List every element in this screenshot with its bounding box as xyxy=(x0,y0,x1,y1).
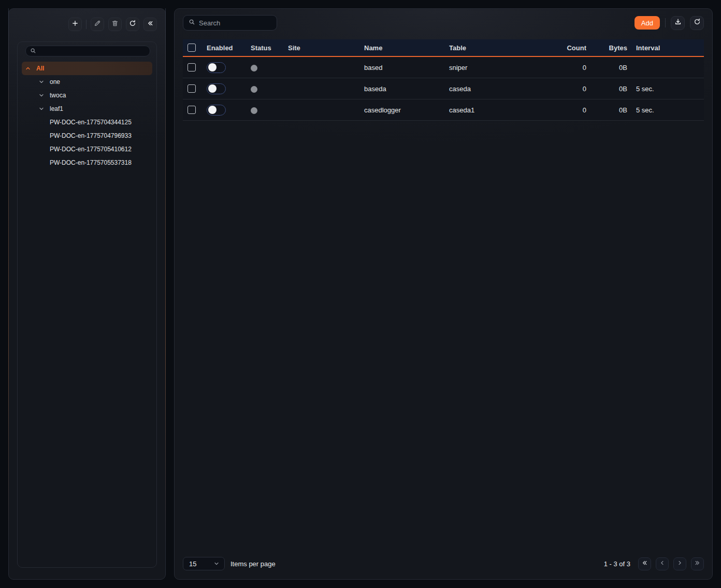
cell-table: caseda xyxy=(449,85,520,93)
sidebar-toolbar xyxy=(17,18,157,31)
table-search-input[interactable] xyxy=(199,19,271,27)
row-checkbox[interactable] xyxy=(188,106,196,114)
enabled-toggle[interactable] xyxy=(207,105,226,116)
cell-name: based xyxy=(364,64,449,71)
enabled-toggle[interactable] xyxy=(207,83,226,94)
add-button[interactable]: Add xyxy=(635,16,660,30)
tree-node-label: leaf1 xyxy=(50,105,63,112)
chevrons-left-icon xyxy=(147,20,154,29)
toggle-knob xyxy=(208,63,217,71)
table-row: baseda caseda 0 0B 5 sec. xyxy=(183,78,704,99)
edit-node-button[interactable] xyxy=(91,18,104,31)
table-header: Enabled Status Site Name Table Count Byt… xyxy=(183,39,704,57)
pencil-icon xyxy=(94,20,101,29)
search-icon xyxy=(30,47,36,56)
column-header-bytes[interactable]: Bytes xyxy=(586,44,627,52)
cell-name: casedlogger xyxy=(364,106,449,114)
actions-divider xyxy=(665,18,666,27)
add-node-button[interactable] xyxy=(68,18,82,31)
refresh-tree-button[interactable] xyxy=(126,18,139,31)
refresh-table-button[interactable] xyxy=(690,16,704,30)
tree-node[interactable]: twoca xyxy=(22,89,152,102)
tree-node[interactable]: leaf1 xyxy=(22,102,152,116)
column-header-table[interactable]: Table xyxy=(449,44,520,52)
chevron-down-icon xyxy=(213,561,220,567)
toggle-knob xyxy=(208,106,217,114)
column-header-name[interactable]: Name xyxy=(364,44,449,52)
column-header-site[interactable]: Site xyxy=(288,44,364,52)
column-header-count[interactable]: Count xyxy=(520,44,586,52)
sidebar-search[interactable] xyxy=(25,46,150,56)
footer-left: 15 Items per page xyxy=(183,557,276,570)
tree-node-label: All xyxy=(36,65,44,72)
pagination-range-label: 1 - 3 of 3 xyxy=(604,560,630,568)
row-checkbox[interactable] xyxy=(188,84,196,93)
tree: All one twoca leaf1 PW-DOC-en-1775704344… xyxy=(22,62,152,169)
pagination-next-button[interactable] xyxy=(673,557,686,570)
chevron-up-icon xyxy=(25,65,31,71)
chevron-down-icon xyxy=(38,92,45,98)
cell-interval: 5 sec. xyxy=(627,106,704,114)
main-header: Add xyxy=(183,15,704,31)
pagination-prev-button[interactable] xyxy=(656,557,669,570)
cell-table: caseda1 xyxy=(449,106,520,114)
main-panel: Add Enabled Status Site Name Table Count… xyxy=(174,8,713,580)
toggle-knob xyxy=(208,84,217,93)
column-header-enabled[interactable]: Enabled xyxy=(207,44,251,52)
status-dot xyxy=(251,86,257,93)
cell-bytes: 0B xyxy=(586,106,627,114)
row-checkbox[interactable] xyxy=(188,63,196,71)
tree-leaf-node[interactable]: PW-DOC-en-1775704796933 xyxy=(22,129,152,142)
tree-node-label: PW-DOC-en-1775705537318 xyxy=(50,159,132,166)
trash-icon xyxy=(111,20,119,29)
status-dot xyxy=(251,65,257,71)
collapse-sidebar-button[interactable] xyxy=(143,18,157,31)
sidebar-body: All one twoca leaf1 PW-DOC-en-1775704344… xyxy=(17,41,157,568)
toolbar-divider xyxy=(86,20,86,29)
tree-leaf-node[interactable]: PW-DOC-en-1775704344125 xyxy=(22,116,152,129)
column-header-interval[interactable]: Interval xyxy=(627,44,704,52)
chevron-left-icon xyxy=(659,560,666,568)
chevrons-left-icon xyxy=(641,560,648,568)
tree-node-all[interactable]: All xyxy=(22,62,152,75)
tree-node-label: twoca xyxy=(50,92,66,99)
pagination-first-button[interactable] xyxy=(638,557,651,570)
column-header-status[interactable]: Status xyxy=(251,44,288,52)
tree-leaf-node[interactable]: PW-DOC-en-1775705537318 xyxy=(22,156,152,169)
chevron-down-icon xyxy=(38,79,45,85)
plus-icon xyxy=(71,20,79,29)
select-all-checkbox[interactable] xyxy=(188,44,196,52)
cell-count: 0 xyxy=(520,85,586,93)
cell-interval: 5 sec. xyxy=(627,85,704,93)
status-dot xyxy=(251,107,257,114)
tree-node-label: PW-DOC-en-1775704344125 xyxy=(50,119,132,126)
chevron-right-icon xyxy=(676,560,683,568)
table-row: casedlogger caseda1 0 0B 5 sec. xyxy=(183,99,704,121)
cell-count: 0 xyxy=(520,64,586,71)
table-search[interactable] xyxy=(183,15,277,31)
enabled-toggle[interactable] xyxy=(207,62,226,73)
sidebar-panel: All one twoca leaf1 PW-DOC-en-1775704344… xyxy=(8,8,166,580)
chevrons-right-icon xyxy=(694,560,701,568)
page-size-select[interactable]: 15 xyxy=(183,557,225,570)
chevron-down-icon xyxy=(38,106,45,112)
pagination: 1 - 3 of 3 xyxy=(604,557,704,570)
items-per-page-label: Items per page xyxy=(230,560,276,568)
cell-table: sniper xyxy=(449,64,520,71)
tree-node[interactable]: one xyxy=(22,75,152,89)
sidebar-search-input[interactable] xyxy=(39,48,146,55)
refresh-icon xyxy=(129,20,136,29)
table-footer: 15 Items per page 1 - 3 of 3 xyxy=(183,557,704,570)
pagination-last-button[interactable] xyxy=(691,557,704,570)
download-button[interactable] xyxy=(671,16,685,30)
cell-bytes: 0B xyxy=(586,85,627,93)
tree-node-label: PW-DOC-en-1775704796933 xyxy=(50,132,132,139)
delete-node-button[interactable] xyxy=(108,18,122,31)
tree-leaf-node[interactable]: PW-DOC-en-1775705410612 xyxy=(22,142,152,156)
cell-count: 0 xyxy=(520,106,586,114)
search-icon xyxy=(189,18,195,27)
tree-node-label: one xyxy=(50,78,60,85)
page-size-value: 15 xyxy=(189,560,196,568)
table-row: based sniper 0 0B xyxy=(183,57,704,78)
header-actions: Add xyxy=(635,16,704,30)
